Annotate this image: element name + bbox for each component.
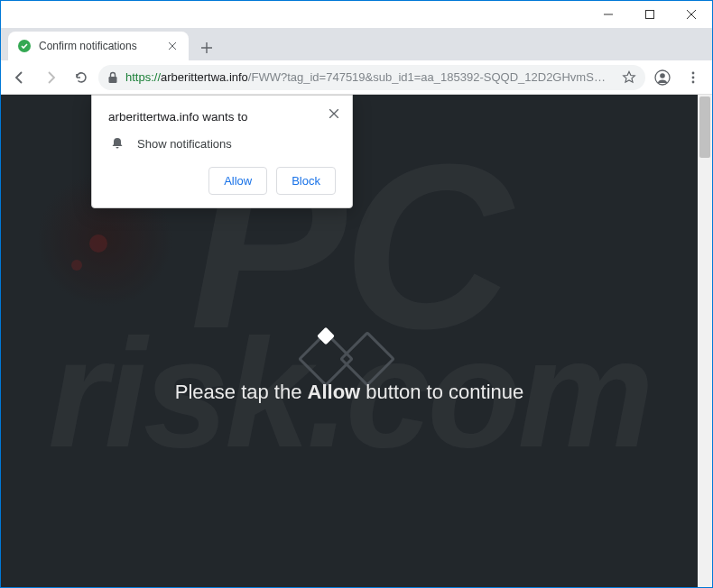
address-bar[interactable]: https://arberittertwa.info/FWW?tag_id=74…	[98, 65, 645, 90]
page-prompt-text: Please tap the Allow button to continue	[1, 381, 698, 404]
vertical-scrollbar[interactable]	[698, 95, 712, 587]
url-host: arberittertwa.info	[161, 70, 248, 84]
prompt-pre: Please tap the	[175, 381, 308, 403]
url-path: /FWW?tag_id=747519&sub_id1=aa_185392-SQQ…	[248, 70, 615, 84]
svg-point-7	[692, 80, 695, 83]
close-icon	[687, 10, 696, 19]
browser-window: Confirm notifications https://arberitter…	[0, 0, 713, 588]
prompt-post: button to continue	[360, 381, 523, 403]
svg-point-4	[660, 73, 665, 78]
url-text: https://arberittertwa.info/FWW?tag_id=74…	[125, 70, 615, 84]
reload-button[interactable]	[68, 64, 95, 91]
scrollbar-thumb[interactable]	[699, 96, 710, 158]
tab-strip: Confirm notifications	[1, 28, 712, 60]
arrow-left-icon	[13, 70, 27, 85]
minimize-button[interactable]	[588, 1, 629, 28]
svg-rect-2	[109, 77, 117, 83]
url-scheme: https://	[125, 70, 161, 84]
svg-point-6	[692, 76, 695, 78]
tab-close-button[interactable]	[165, 39, 180, 53]
prompt-bold: Allow	[308, 381, 361, 403]
maximize-icon	[645, 10, 654, 19]
profile-button[interactable]	[649, 64, 676, 91]
svg-point-5	[692, 71, 695, 74]
permission-capability: Show notifications	[137, 137, 232, 151]
browser-tab[interactable]: Confirm notifications	[8, 32, 189, 60]
menu-button[interactable]	[680, 64, 707, 91]
tab-title: Confirm notifications	[39, 40, 158, 52]
maximize-button[interactable]	[629, 1, 671, 28]
back-button[interactable]	[6, 64, 33, 91]
loading-spinner-icon	[295, 332, 403, 386]
star-icon	[622, 70, 636, 85]
reload-icon	[74, 70, 88, 85]
content-area: PC risk.com Please tap the Allow button …	[1, 95, 712, 587]
user-icon	[654, 69, 671, 86]
allow-button[interactable]: Allow	[208, 167, 267, 195]
favicon-checkmark-icon	[17, 39, 32, 53]
close-icon	[169, 42, 176, 50]
permission-origin: arberittertwa.info wants to	[108, 110, 336, 124]
window-titlebar	[1, 1, 712, 28]
permission-dialog: arberittertwa.info wants to Show notific…	[91, 95, 353, 208]
permission-close-button[interactable]	[323, 103, 345, 124]
browser-toolbar: https://arberittertwa.info/FWW?tag_id=74…	[1, 60, 712, 95]
minimize-icon	[604, 10, 613, 19]
forward-button[interactable]	[37, 64, 64, 91]
arrow-right-icon	[43, 70, 58, 85]
bell-icon	[110, 136, 125, 151]
lock-icon	[107, 71, 118, 84]
permission-row: Show notifications	[108, 136, 336, 167]
close-window-button[interactable]	[671, 1, 712, 28]
kebab-icon	[687, 71, 699, 84]
new-tab-button[interactable]	[194, 35, 219, 60]
block-button[interactable]: Block	[276, 167, 336, 195]
plus-icon	[201, 42, 212, 53]
bookmark-button[interactable]	[622, 70, 636, 85]
svg-rect-0	[646, 11, 654, 19]
page-viewport: PC risk.com Please tap the Allow button …	[1, 95, 698, 587]
close-icon	[329, 109, 338, 118]
